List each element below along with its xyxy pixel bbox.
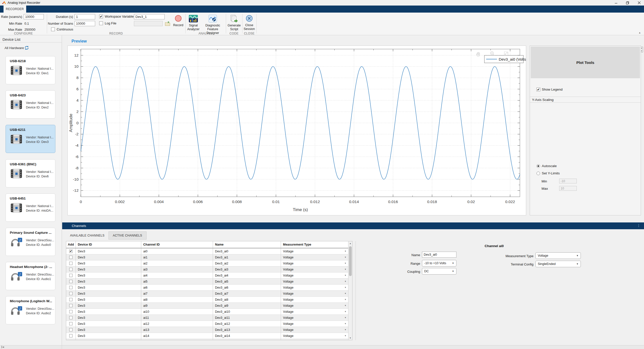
svg-text:0.014: 0.014 [349, 200, 359, 204]
add-checkbox-ai1[interactable] [69, 256, 73, 259]
matlab-logo-icon [2, 1, 6, 5]
signal-analyzer-button[interactable]: Signal Analyzer [183, 15, 204, 31]
add-checkbox-ai4[interactable] [69, 274, 73, 277]
restore-button[interactable] [623, 0, 632, 6]
cell-measurement-type[interactable]: Voltage▼ [281, 291, 349, 296]
continuous-checkbox[interactable] [51, 27, 55, 31]
channels-menu-icon[interactable]: ⋮ [637, 223, 640, 227]
zoom-icon[interactable] [490, 52, 494, 56]
cell-device-id: Dev3 [76, 339, 141, 340]
channel-row-ai5[interactable]: Dev3ai5Dev3_ai5Voltage▼ [66, 279, 352, 285]
channel-row-ai9[interactable]: Dev3ai9Dev3_ai9Voltage▼ [66, 303, 352, 309]
coupling-dropdown[interactable]: DC▼ [422, 268, 456, 275]
channel-row-ai15[interactable]: Dev3ai15Dev3_ai15Voltage▼ [66, 339, 352, 340]
device-card-usb-6361-bnc[interactable]: USB-6361 (BNC) Vendor: National I... Dev… [6, 159, 55, 187]
duration-input[interactable]: 1 [75, 14, 95, 19]
measurement-type-dropdown[interactable]: Voltage▼ [535, 252, 581, 259]
add-checkbox-ai9[interactable] [69, 304, 73, 307]
channel-row-ai6[interactable]: Dev3ai6Dev3_ai6Voltage▼ [66, 285, 352, 291]
table-scrollbar[interactable]: ▲ ▼ [348, 241, 352, 340]
close-button[interactable] [634, 0, 644, 6]
svg-text:0: 0 [80, 200, 82, 204]
minimize-button[interactable] [611, 0, 621, 6]
channel-row-ai14[interactable]: Dev3ai14Dev3_ai14Voltage▼ [66, 333, 352, 339]
cell-channel-id: ai3 [141, 266, 213, 272]
rate-input[interactable]: 10000 [24, 14, 44, 19]
add-checkbox-ai7[interactable] [69, 292, 73, 295]
show-legend-checkbox[interactable]: ✔ [536, 88, 540, 91]
add-checkbox-ai0[interactable]: ✔ [69, 250, 73, 253]
add-checkbox-ai13[interactable] [69, 328, 73, 331]
add-checkbox-ai3[interactable] [69, 268, 73, 271]
device-card-usb-6211[interactable]: USB-6211 Vendor: National I... Device ID… [6, 125, 55, 153]
cell-measurement-type[interactable]: Voltage▼ [281, 279, 349, 284]
add-checkbox-ai5[interactable] [69, 280, 73, 283]
channel-row-ai13[interactable]: Dev3ai13Dev3_ai13Voltage▼ [66, 327, 352, 333]
terminal-config-dropdown[interactable]: SingleEnded▼ [535, 261, 581, 267]
channel-row-ai3[interactable]: Dev3ai3Dev3_ai3Voltage▼ [66, 266, 352, 273]
workspace-variable-input[interactable]: Dev3_1 [134, 14, 165, 19]
scroll-up-icon[interactable]: ▲ [348, 241, 352, 245]
scrollbar-thumb[interactable] [349, 246, 352, 276]
channel-row-ai4[interactable]: Dev3ai4Dev3_ai4Voltage▼ [66, 273, 352, 279]
pan-icon[interactable] [477, 52, 480, 56]
name-input[interactable]: Dev3_ai0 [422, 252, 456, 258]
cell-measurement-type[interactable]: Voltage▼ [281, 303, 349, 308]
collapse-statusbar-icon[interactable]: ◀ [2, 346, 4, 348]
channel-row-ai1[interactable]: Dev3ai1Dev3_ai1Voltage▼ [66, 254, 352, 260]
log-file-checkbox[interactable] [99, 21, 103, 25]
cell-measurement-type[interactable]: Voltage▼ [281, 248, 349, 254]
add-checkbox-ai12[interactable] [69, 322, 73, 325]
device-card-headset-microphone-2[interactable]: Headset Microphone (2- ... ♪ Vendor: Dir… [6, 262, 55, 290]
device-card-usb-6451[interactable]: USB-6451 Vendor: National I... Device ID… [6, 193, 55, 222]
cell-measurement-type[interactable]: Voltage▼ [281, 254, 349, 260]
cell-measurement-type[interactable]: Voltage▼ [281, 266, 349, 272]
collapse-ribbon-icon[interactable]: ▲ [638, 31, 641, 34]
fit-plot-icon[interactable] [504, 52, 508, 55]
channel-row-ai12[interactable]: Dev3ai12Dev3_ai12Voltage▼ [66, 321, 352, 327]
add-checkbox-ai2[interactable] [69, 262, 73, 265]
device-vendor: Vendor: DirectSou... [26, 273, 54, 276]
add-checkbox-ai8[interactable] [69, 298, 73, 301]
channel-row-ai7[interactable]: Dev3ai7Dev3_ai7Voltage▼ [66, 291, 352, 297]
cell-measurement-type[interactable]: Voltage▼ [281, 309, 349, 315]
device-card-usb-6218[interactable]: USB-6218 Vendor: National I... Device ID… [6, 56, 55, 84]
channel-row-ai0[interactable]: ✔Dev3ai0Dev3_ai0Voltage▼ [66, 248, 352, 254]
channel-row-ai2[interactable]: Dev3ai2Dev3_ai2Voltage▼ [66, 260, 352, 266]
number-of-scans-input[interactable]: 10000 [75, 21, 95, 26]
cell-measurement-type[interactable]: Voltage▼ [281, 273, 349, 278]
scroll-down-icon[interactable]: ▼ [348, 336, 352, 340]
range-label: Range [395, 262, 420, 265]
channel-row-ai10[interactable]: Dev3ai10Dev3_ai10Voltage▼ [66, 309, 352, 315]
add-checkbox-ai6[interactable] [69, 286, 73, 289]
cell-measurement-type[interactable]: Voltage▼ [281, 321, 349, 327]
device-card-microphone-logitech-w[interactable]: Microphone (Logitech W... ♪ Vendor: Dire… [6, 296, 55, 324]
refresh-icon[interactable] [24, 45, 29, 50]
add-checkbox-ai11[interactable] [69, 316, 73, 319]
status-bar: ◀ [0, 345, 644, 349]
set-y-limits-radio[interactable] [536, 172, 540, 175]
tab-active-channels[interactable]: ACTIVE CHANNELS [109, 231, 147, 240]
device-name: USB-6423 [10, 93, 26, 97]
device-card-primary-sound-capture[interactable]: Primary Sound Capture ... ♪ Vendor: Dire… [6, 228, 55, 256]
add-checkbox-ai14[interactable] [69, 334, 73, 337]
cell-measurement-type[interactable]: Voltage▼ [281, 297, 349, 302]
close-session-button[interactable]: Close Session [239, 15, 260, 31]
channel-row-ai8[interactable]: Dev3ai8Dev3_ai8Voltage▼ [66, 297, 352, 303]
cell-measurement-type[interactable]: Voltage▼ [281, 285, 349, 290]
preview-plot[interactable]: 00.0020.0040.0060.0080.010.0120.0140.016… [67, 46, 526, 215]
tab-available-channels[interactable]: AVAILABLE CHANNELS [66, 231, 109, 240]
cell-measurement-type[interactable]: Voltage▼ [281, 260, 349, 266]
add-checkbox-ai10[interactable] [69, 310, 73, 313]
device-card-usb-6423[interactable]: USB-6423 Vendor: National I... Device ID… [6, 90, 55, 119]
workspace-variable-checkbox[interactable]: ✔ [99, 15, 103, 18]
cell-measurement-type[interactable]: Voltage▼ [281, 333, 349, 339]
plot-legend[interactable]: Dev3_ai0 (Volts) [484, 55, 526, 63]
range-dropdown[interactable]: -10 to +10 Volts▼ [422, 260, 456, 266]
autoscale-radio[interactable] [536, 164, 540, 168]
cell-measurement-type[interactable]: Voltage▼ [281, 327, 349, 333]
tab-recorder[interactable]: RECORDER [4, 6, 26, 13]
cell-measurement-type[interactable]: Voltage▼ [281, 315, 349, 321]
channel-row-ai11[interactable]: Dev3ai11Dev3_ai11Voltage▼ [66, 315, 352, 321]
cell-measurement-type[interactable]: Voltage▼ [281, 339, 349, 340]
